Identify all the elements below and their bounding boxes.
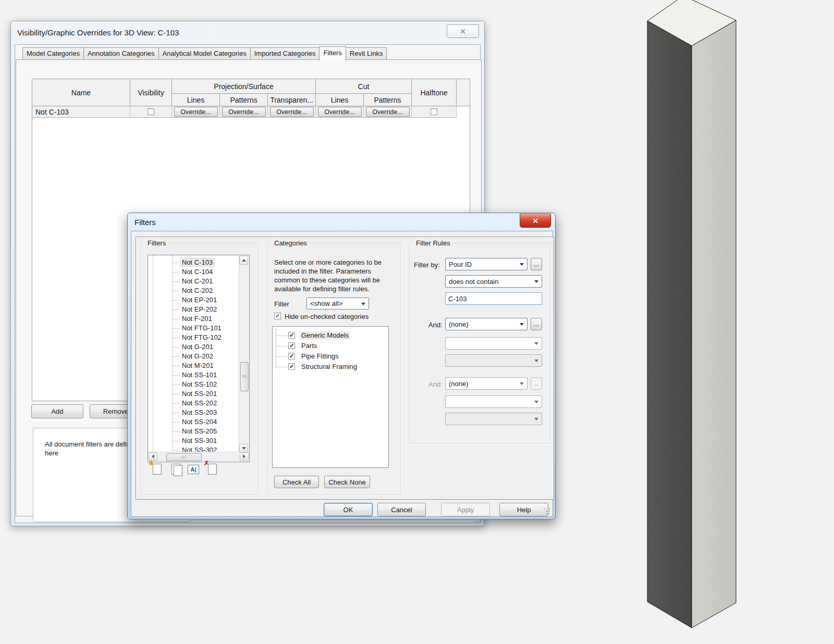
col-header-proj-lines[interactable]: Lines: [171, 94, 219, 106]
filter-tree-item[interactable]: Not SS-202: [149, 399, 239, 408]
filter-tree-item[interactable]: Not C-202: [149, 286, 239, 295]
filter-tree-item[interactable]: Not SS-102: [149, 380, 239, 389]
tree-connector: [173, 450, 179, 451]
add-button[interactable]: Add: [31, 404, 83, 418]
help-button[interactable]: Help: [499, 503, 548, 516]
override-transparency-button[interactable]: Override...: [270, 107, 314, 117]
and-browse-button-2[interactable]: ...: [531, 377, 542, 390]
category-checkbox[interactable]: ✓: [288, 342, 295, 349]
filters-resize-grip[interactable]: [543, 507, 550, 515]
close-button[interactable]: ✕: [447, 24, 479, 38]
tab-model-categories[interactable]: Model Categories: [22, 47, 84, 59]
col-header-cut-lines[interactable]: Lines: [315, 94, 363, 106]
filter-tree-item-label: Not EP-202: [180, 305, 218, 313]
scroll-right-button[interactable]: [240, 452, 249, 461]
filter-tree-item[interactable]: Not SS-204: [149, 417, 239, 427]
filter-tree-item[interactable]: Not FTG-101: [149, 324, 239, 333]
tree-vertical-scrollbar[interactable]: [239, 256, 249, 453]
tree-horizontal-scrollbar[interactable]: [149, 452, 249, 461]
empty-operator-dropdown-2[interactable]: [445, 395, 542, 408]
check-all-button[interactable]: Check All: [274, 476, 319, 488]
apply-button[interactable]: Apply: [441, 503, 490, 516]
filter-by-dropdown[interactable]: Pour ID: [445, 258, 528, 270]
empty-value-dropdown-1[interactable]: [445, 354, 542, 367]
override-cut-lines-button[interactable]: Override...: [318, 107, 362, 117]
category-item[interactable]: ✓Generic Models: [273, 330, 388, 341]
tab-filters[interactable]: Filters: [319, 46, 346, 61]
halftone-checkbox[interactable]: [431, 108, 437, 115]
category-item[interactable]: ✓Structural Framing: [273, 362, 388, 372]
category-checkbox[interactable]: ✓: [288, 363, 295, 370]
filter-tree-item[interactable]: Not EP-202: [149, 305, 239, 314]
rule-value-input[interactable]: [445, 292, 542, 305]
filter-tree-item[interactable]: Not EP-201: [149, 295, 239, 305]
col-header-name[interactable]: Name: [32, 79, 130, 106]
column-right-face: [692, 20, 736, 628]
col-header-cut[interactable]: Cut: [315, 79, 411, 94]
horizontal-scroll-thumb[interactable]: [166, 453, 202, 461]
empty-operator-dropdown-1[interactable]: [445, 337, 542, 350]
filter-tree-item[interactable]: Not SS-203: [149, 408, 239, 417]
new-filter-button[interactable]: ✱: [150, 462, 163, 476]
empty-value-dropdown-2[interactable]: [445, 413, 542, 425]
category-checkbox[interactable]: ✓: [288, 353, 295, 360]
category-item-label: Parts: [300, 342, 318, 350]
category-item[interactable]: ✓Parts: [273, 341, 388, 351]
document-icon: [208, 464, 217, 475]
col-header-cut-patterns[interactable]: Patterns: [363, 94, 411, 106]
category-item[interactable]: ✓Pipe Fittings: [273, 351, 388, 362]
hide-unchecked-checkbox[interactable]: ✓: [274, 313, 281, 319]
category-filter-dropdown[interactable]: <show all>: [306, 298, 369, 309]
operator-dropdown[interactable]: does not contain: [445, 275, 542, 288]
tree-connector: [276, 346, 287, 346]
filter-by-browse-button[interactable]: ...: [531, 258, 542, 270]
row-proj-lines-cell: Override...: [171, 106, 219, 118]
col-header-proj-patterns[interactable]: Patterns: [219, 94, 267, 106]
tab-annotation-categories[interactable]: Annotation Categories: [83, 47, 159, 59]
filter-tree-item-label: Not M-201: [180, 362, 215, 369]
filter-tree-item[interactable]: Not G-202: [149, 352, 239, 361]
filters-close-button[interactable]: ✕: [520, 214, 551, 228]
col-header-halftone[interactable]: Halftone: [411, 79, 456, 106]
filter-tree-item[interactable]: Not SS-301: [149, 436, 239, 445]
category-checkbox[interactable]: ✓: [288, 332, 295, 339]
filter-tree-item[interactable]: Not C-104: [149, 267, 239, 277]
rename-filter-button[interactable]: A|: [186, 462, 200, 476]
override-cut-patterns-button[interactable]: Override...: [366, 107, 410, 117]
tree-connector: [173, 375, 179, 376]
tab-revit-links[interactable]: Revit Links: [346, 47, 387, 59]
tab-analytical-model-categories[interactable]: Analytical Model Categories: [158, 47, 251, 59]
filter-tree-item-label: Not F-201: [180, 315, 214, 323]
filter-tree-item[interactable]: Not G-201: [149, 342, 239, 352]
tab-imported-categories[interactable]: Imported Categories: [250, 47, 320, 59]
check-none-button[interactable]: Check None: [324, 476, 370, 488]
filters-dialog-title: Filters: [134, 218, 156, 227]
override-proj-patterns-button[interactable]: Override...: [222, 107, 266, 117]
filter-tree-item[interactable]: Not FTG-102: [149, 333, 239, 342]
override-proj-lines-button[interactable]: Override...: [174, 107, 218, 117]
dialog-title: Visibility/Graphic Overrides for 3D View…: [17, 28, 179, 37]
row-filter-name[interactable]: Not C-103: [32, 106, 130, 118]
filter-tree-item[interactable]: Not M-201: [149, 361, 239, 370]
filter-tree-item[interactable]: Not SS-101: [149, 370, 239, 380]
and-browse-button-1[interactable]: ...: [531, 318, 542, 330]
ok-button[interactable]: OK: [324, 503, 373, 516]
chevron-down-icon: [534, 401, 538, 403]
col-header-transparency[interactable]: Transparen...: [267, 94, 315, 106]
filter-tree-item-label: Not C-202: [180, 287, 214, 294]
and-dropdown-2[interactable]: (none): [445, 377, 528, 390]
vertical-scroll-thumb[interactable]: [240, 362, 249, 391]
filter-tree-item[interactable]: Not SS-205: [149, 427, 239, 436]
delete-filter-button[interactable]: ✗: [205, 462, 218, 476]
col-header-visibility[interactable]: Visibility: [130, 79, 171, 106]
filter-tree-item[interactable]: Not C-201: [149, 277, 239, 286]
and-dropdown-1[interactable]: (none): [445, 318, 528, 330]
cancel-button[interactable]: Cancel: [377, 503, 426, 516]
duplicate-filter-button[interactable]: [168, 462, 182, 476]
filter-tree-item[interactable]: Not SS-201: [149, 389, 239, 399]
visibility-checkbox[interactable]: [148, 108, 154, 115]
scroll-up-button[interactable]: [239, 256, 248, 265]
filter-tree-item[interactable]: Not C-103: [149, 258, 239, 267]
filter-tree-item[interactable]: Not F-201: [149, 314, 239, 324]
col-header-projection-surface[interactable]: Projection/Surface: [171, 79, 315, 94]
